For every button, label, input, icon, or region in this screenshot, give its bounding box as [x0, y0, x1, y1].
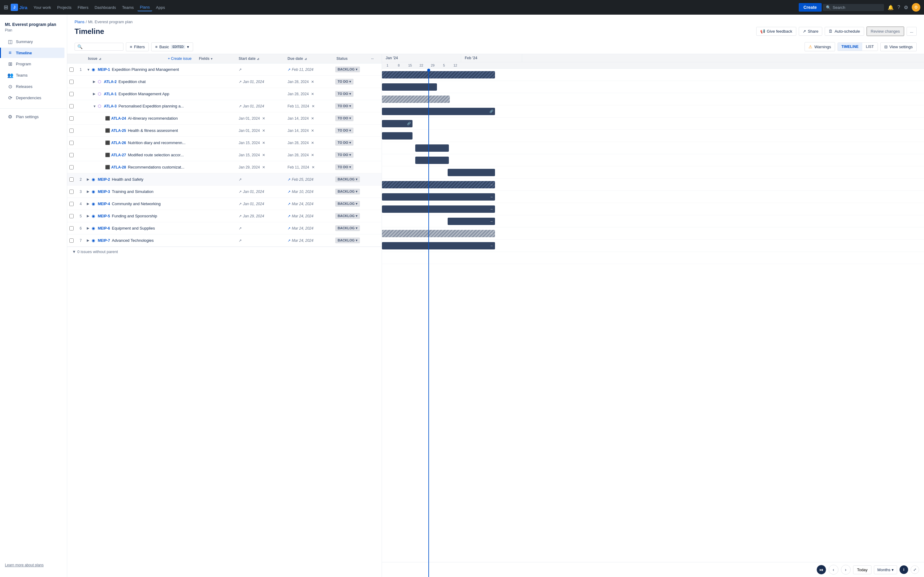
status-badge-2[interactable]: TO DO ▾: [335, 91, 354, 97]
row-key-11[interactable]: MEIP-4: [98, 202, 110, 206]
give-feedback-button[interactable]: 📢 Give feedback: [756, 27, 796, 36]
row-checkbox-3[interactable]: [67, 104, 76, 108]
help-icon[interactable]: ?: [897, 5, 900, 10]
row-key-14[interactable]: MEIP-7: [98, 239, 110, 243]
row-checkbox-4[interactable]: [67, 116, 76, 121]
due-clear-4[interactable]: ✕: [311, 116, 314, 121]
row-checkbox-14[interactable]: [67, 239, 76, 243]
gantt-nav-prev-button[interactable]: ‹: [829, 565, 838, 575]
gantt-bar-9[interactable]: →: [382, 181, 495, 189]
row-expand-11[interactable]: ▶: [87, 202, 92, 206]
due-clear-1[interactable]: ✕: [311, 80, 314, 84]
row-expand-9[interactable]: ▶: [87, 177, 92, 181]
gantt-nav-first-button[interactable]: ⏮: [816, 565, 826, 575]
grid-icon[interactable]: ⊞: [4, 4, 8, 11]
user-avatar[interactable]: O: [912, 3, 920, 11]
gantt-bar-12[interactable]: →: [447, 218, 495, 225]
issues-without-parent[interactable]: ▼ 0 issues without parent: [67, 247, 382, 256]
row-key-5[interactable]: ATLA-25: [111, 129, 126, 133]
status-badge-9[interactable]: BACKLOG ▾: [335, 176, 360, 182]
start-clear-4[interactable]: ✕: [262, 116, 265, 121]
status-badge-12[interactable]: BACKLOG ▾: [335, 213, 360, 219]
row-key-7[interactable]: ATLA-27: [111, 153, 126, 157]
col-fields-header[interactable]: Fields ▾: [195, 54, 235, 63]
gantt-bar-7[interactable]: [415, 156, 449, 164]
status-badge-13[interactable]: BACKLOG ▾: [335, 225, 360, 231]
status-badge-8[interactable]: TO DO ▾: [335, 164, 354, 170]
start-clear-6[interactable]: ✕: [262, 141, 265, 145]
row-key-2[interactable]: ATLA-1: [104, 92, 117, 96]
sidebar-item-dependencies[interactable]: ⟳ Dependencies: [2, 92, 65, 103]
status-badge-11[interactable]: BACKLOG ▾: [335, 201, 360, 207]
expand-button[interactable]: ⤢: [911, 566, 919, 574]
row-expand-2[interactable]: ▶: [93, 92, 98, 96]
gantt-bar-4[interactable]: 🔗: [382, 120, 412, 127]
row-key-6[interactable]: ATLA-26: [111, 141, 126, 145]
nav-plans[interactable]: Plans: [137, 4, 152, 11]
row-expand-10[interactable]: ▶: [87, 190, 92, 193]
timeline-view-button[interactable]: TIMELINE: [838, 43, 862, 51]
gantt-nav-next-button[interactable]: ›: [841, 565, 851, 575]
status-badge-4[interactable]: TO DO ▾: [335, 115, 354, 121]
info-button[interactable]: i: [900, 566, 908, 574]
gantt-bar-0[interactable]: [382, 71, 495, 79]
nav-teams[interactable]: Teams: [120, 4, 136, 11]
status-badge-7[interactable]: TO DO ▾: [335, 152, 354, 158]
row-checkbox-11[interactable]: [67, 202, 76, 206]
gantt-bar-3[interactable]: 🔗: [382, 108, 495, 115]
row-checkbox-7[interactable]: [67, 153, 76, 157]
start-clear-7[interactable]: ✕: [262, 153, 265, 157]
start-clear-8[interactable]: ✕: [262, 165, 265, 169]
gantt-bar-10[interactable]: →: [382, 193, 495, 201]
issue-sort-icon[interactable]: ⊿: [99, 57, 101, 60]
start-clear-5[interactable]: ✕: [262, 129, 265, 133]
row-checkbox-0[interactable]: [67, 68, 76, 72]
nav-filters[interactable]: Filters: [75, 4, 91, 11]
status-badge-10[interactable]: BACKLOG ▾: [335, 189, 360, 195]
auto-schedule-button[interactable]: 🗓 Auto-schedule: [825, 27, 864, 36]
gantt-bar-5[interactable]: [382, 132, 412, 140]
row-key-8[interactable]: ATLA-28: [111, 165, 126, 169]
gantt-bar-2[interactable]: [382, 95, 450, 103]
gantt-bar-14[interactable]: →: [382, 242, 495, 250]
search-box-nav[interactable]: 🔍 Search: [823, 4, 884, 11]
settings-icon[interactable]: ⚙: [904, 5, 908, 10]
status-badge-3[interactable]: TO DO ▾: [335, 103, 354, 109]
row-checkbox-6[interactable]: [67, 141, 76, 145]
nav-your-work[interactable]: Your work: [31, 4, 53, 11]
due-clear-8[interactable]: ✕: [312, 165, 315, 169]
row-checkbox-2[interactable]: [67, 92, 76, 96]
row-expand-0[interactable]: ▼: [87, 68, 92, 71]
notifications-icon[interactable]: 🔔: [888, 5, 894, 10]
row-key-10[interactable]: MEIP-3: [98, 190, 110, 194]
row-expand-12[interactable]: ▶: [87, 214, 92, 218]
nav-projects[interactable]: Projects: [55, 4, 74, 11]
start-sort-icon[interactable]: ⊿: [257, 57, 259, 60]
months-select[interactable]: Months ▾: [874, 566, 897, 574]
sidebar-item-summary[interactable]: ◫ Summary: [2, 36, 65, 47]
row-key-0[interactable]: MEIP-1: [98, 68, 110, 72]
row-expand-3[interactable]: ▼: [93, 105, 98, 108]
row-key-4[interactable]: ATLA-24: [111, 116, 126, 121]
list-view-button[interactable]: LIST: [862, 43, 877, 51]
nav-apps[interactable]: Apps: [153, 4, 168, 11]
warnings-button[interactable]: ⚠ Warnings: [804, 42, 835, 51]
due-clear-6[interactable]: ✕: [311, 141, 314, 145]
row-checkbox-10[interactable]: [67, 190, 76, 194]
filters-button[interactable]: ≡ Filters: [126, 42, 149, 51]
gantt-bar-8[interactable]: [447, 169, 495, 176]
row-checkbox-5[interactable]: [67, 129, 76, 133]
due-clear-3[interactable]: ✕: [312, 104, 315, 108]
sidebar-item-timeline[interactable]: ≡ Timeline: [0, 48, 65, 58]
share-button[interactable]: ↗ Share: [799, 27, 822, 36]
more-options-button[interactable]: ...: [906, 27, 917, 36]
row-expand-1[interactable]: ▶: [93, 80, 98, 84]
row-checkbox-13[interactable]: [67, 226, 76, 230]
due-clear-2[interactable]: ✕: [311, 92, 314, 96]
due-clear-5[interactable]: ✕: [311, 129, 314, 133]
due-sort-icon[interactable]: ⊿: [304, 57, 307, 60]
row-expand-14[interactable]: ▶: [87, 239, 92, 242]
jira-logo[interactable]: J Jira: [11, 4, 27, 11]
basic-filter-button[interactable]: ≡ Basic EDITED ▾: [151, 42, 193, 51]
status-badge-1[interactable]: TO DO ▾: [335, 79, 354, 85]
